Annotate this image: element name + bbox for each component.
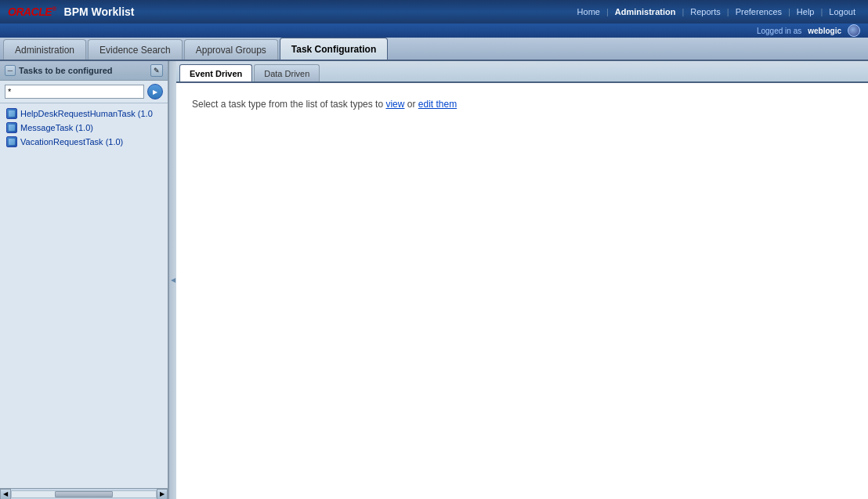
nav-separator-2: | [682, 7, 684, 16]
task-icon-helpdesk [6, 108, 17, 119]
scroll-left-button[interactable]: ◀ [0, 489, 11, 500]
task-list: HelpDeskRequestHumanTask (1.0 MessageTas… [0, 103, 168, 488]
right-panel: Event Driven Data Driven Select a task t… [176, 61, 868, 499]
task-item-helpdesk[interactable]: HelpDeskRequestHumanTask (1.0 [0, 107, 168, 121]
instruction-before: Select a task type from the list of task… [192, 99, 385, 110]
nav-separator-1: | [606, 7, 609, 16]
logged-in-label: Logged in as [757, 27, 801, 35]
logo-group: ORACLE® BPM Worklist [8, 5, 135, 18]
logout-link[interactable]: Logout [824, 7, 860, 16]
administration-link[interactable]: Administration [610, 7, 681, 16]
sidebar-header: ─ Tasks to be configured ✎ [0, 61, 168, 81]
reports-link[interactable]: Reports [685, 7, 725, 16]
tab-bar: Administration Evidence Search Approval … [0, 38, 868, 61]
oracle-text: ORACLE [8, 5, 52, 18]
task-label-helpdesk: HelpDeskRequestHumanTask (1.0 [20, 109, 153, 118]
logged-in-user: weblogic [808, 27, 841, 35]
task-label-message: MessageTask (1.0) [20, 123, 93, 132]
search-button[interactable] [147, 84, 163, 99]
task-label-vacation: VacationRequestTask (1.0) [20, 137, 123, 146]
nav-separator-4: | [788, 7, 790, 16]
search-input[interactable] [5, 85, 144, 99]
edit-link[interactable]: edit them [418, 99, 457, 110]
help-link[interactable]: Help [792, 7, 819, 16]
instruction-or: or [404, 99, 418, 110]
tab-administration[interactable]: Administration [3, 39, 86, 60]
edit-button[interactable]: ✎ [150, 64, 163, 77]
sidebar-title: Tasks to be configured [19, 66, 113, 75]
tab-data-driven[interactable]: Data Driven [254, 64, 320, 81]
sidebar-title-group: ─ Tasks to be configured [5, 65, 113, 76]
scroll-right-button[interactable]: ▶ [157, 489, 168, 500]
bpm-title: BPM Worklist [64, 5, 135, 18]
collapse-button[interactable]: ─ [5, 65, 16, 76]
sidebar-scrollbar: ◀ ▶ [0, 488, 168, 499]
tab-evidence-search[interactable]: Evidence Search [88, 39, 183, 60]
task-item-message[interactable]: MessageTask (1.0) [0, 121, 168, 135]
user-icon [848, 24, 860, 37]
sidebar: ─ Tasks to be configured ✎ HelpDeskReque… [0, 61, 168, 499]
resize-handle[interactable] [168, 61, 176, 499]
preferences-link[interactable]: Preferences [731, 7, 787, 16]
header-nav: Home | Administration | Reports | Prefer… [573, 7, 860, 16]
oracle-logo: ORACLE® [8, 5, 56, 18]
scroll-track [11, 490, 157, 498]
instruction-text: Select a task type from the list of task… [192, 99, 457, 110]
view-link[interactable]: view [385, 99, 404, 110]
home-link[interactable]: Home [573, 7, 605, 16]
scroll-thumb[interactable] [55, 491, 113, 497]
main-content: ─ Tasks to be configured ✎ HelpDeskReque… [0, 61, 868, 499]
right-content: Select a task type from the list of task… [176, 83, 868, 499]
logged-in-bar: Logged in as weblogic [0, 24, 868, 38]
tab-event-driven[interactable]: Event Driven [179, 64, 252, 81]
reg-symbol: ® [52, 5, 56, 13]
nav-separator-3: | [727, 7, 729, 16]
header: ORACLE® BPM Worklist Home | Administrati… [0, 0, 868, 24]
tab-task-configuration[interactable]: Task Configuration [280, 38, 388, 60]
nav-separator-5: | [820, 7, 823, 16]
task-item-vacation[interactable]: VacationRequestTask (1.0) [0, 135, 168, 149]
task-icon-message [6, 122, 17, 133]
right-tabs: Event Driven Data Driven [176, 61, 868, 83]
search-bar [0, 81, 168, 103]
task-icon-vacation [6, 136, 17, 147]
tab-approval-groups[interactable]: Approval Groups [184, 39, 278, 60]
